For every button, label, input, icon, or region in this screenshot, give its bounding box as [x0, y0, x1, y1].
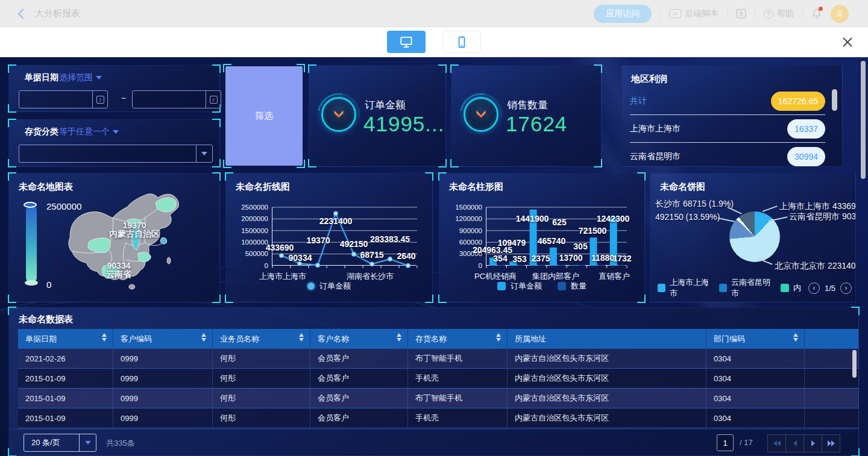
- legend-dot-icon: [307, 283, 315, 290]
- date-filter-label: 单据日期: [25, 72, 58, 83]
- help-button[interactable]: ? 帮助: [764, 8, 794, 19]
- calendar-icon: 7: [210, 96, 218, 104]
- calendar-button[interactable]: 7: [92, 91, 107, 108]
- divider: [802, 9, 803, 19]
- close-icon[interactable]: [841, 36, 854, 49]
- data-table-widget: 未命名数据表 单据日期 客户编码 业务员名称 客户名称 存货名称 所属地址 部门…: [8, 307, 859, 456]
- widget-title: 地区利润: [631, 73, 667, 85]
- chart-legend[interactable]: 订单金额: [226, 281, 432, 292]
- region-profit-widget: 地区利润 共计 162726.65 上海市上海市 16337 云南省昆明市 30…: [621, 65, 843, 167]
- page-scrollbar[interactable]: [861, 61, 866, 179]
- user-avatar[interactable]: ☰: [831, 5, 849, 23]
- category-filter-widget: 存货分类 等于任意一个: [8, 119, 220, 167]
- dashboard-canvas: 单据日期 选择范围 7 ~ 7 存货分类 等于任意一个 筛选: [0, 57, 868, 456]
- prev-page-button[interactable]: [785, 434, 804, 452]
- bar-plot-area: 204963.451094791441900465740137007215001…: [486, 207, 626, 266]
- desktop-view-button[interactable]: [387, 31, 426, 53]
- category-filter-label: 存货分类: [25, 126, 58, 137]
- chevron-down-icon: [196, 145, 212, 162]
- column-header[interactable]: 客户编码: [113, 329, 213, 349]
- pie-callout: 北京市北京市 2231400: [775, 261, 856, 272]
- date-op-dropdown[interactable]: 选择范围: [59, 72, 102, 83]
- divider: [755, 9, 755, 19]
- legend-prev-button[interactable]: ‹: [808, 283, 820, 294]
- page-title: 大分析报表: [35, 8, 80, 19]
- calendar-icon: 7: [96, 96, 104, 104]
- legend-next-button[interactable]: ›: [840, 283, 852, 294]
- mobile-view-button[interactable]: [442, 31, 481, 53]
- legend-pager: ‹ 1/5 ›: [808, 283, 852, 294]
- line-chart-widget: 未命名折线图 2500000 2000000 1500000 1000000 5…: [225, 173, 433, 302]
- chevron-down-icon: [79, 434, 96, 451]
- legend-swatch-icon: [781, 284, 789, 292]
- map-data-label: 19370内蒙古自治区: [109, 221, 160, 238]
- table-row: 2015-01-090999何彤会员客户手机壳内蒙古自治区包头市东河区0304: [18, 408, 859, 428]
- sort-icon: [793, 333, 798, 342]
- category-op-dropdown[interactable]: 等于任意一个: [59, 126, 119, 137]
- scrollbar[interactable]: [832, 89, 837, 111]
- view-toolbar: [0, 27, 868, 57]
- column-header[interactable]: 业务员名称: [213, 329, 310, 349]
- calendar-button[interactable]: 7: [206, 91, 221, 108]
- column-header[interactable]: 存货名称: [408, 329, 508, 349]
- value-badge: 30994: [787, 147, 825, 166]
- date-end-field: 7: [132, 90, 221, 108]
- divider: [660, 9, 661, 19]
- sort-icon: [397, 333, 401, 342]
- app-window: 大分析报表 应用访问 </> 后端脚本 ? 帮助 ☰: [0, 0, 868, 456]
- next-page-button[interactable]: [804, 434, 822, 452]
- kpi-sales-qty: 销售数量 17624: [451, 65, 602, 167]
- value-badge: 16337: [787, 119, 825, 139]
- topbar: 大分析报表 应用访问 </> 后端脚本 ? 帮助 ☰: [0, 0, 868, 27]
- page-size-select[interactable]: 20 条/页: [24, 434, 96, 452]
- last-page-button[interactable]: [822, 434, 840, 452]
- column-header[interactable]: 所属地址: [508, 329, 706, 349]
- widget-title: 未命名柱形图: [449, 181, 503, 193]
- legend-swatch-icon: [719, 284, 727, 292]
- scrollbar[interactable]: [852, 350, 857, 378]
- topbar-actions: 应用访问 </> 后端脚本 ? 帮助 ☰: [594, 0, 849, 27]
- code-icon: </>: [669, 9, 681, 18]
- column-header[interactable]: 部门编码: [706, 329, 805, 349]
- first-page-button[interactable]: [767, 434, 786, 452]
- pie-callout: 长沙市 68715 (1.9%): [655, 199, 726, 210]
- column-header[interactable]: 客户名称: [310, 329, 408, 349]
- legend-swatch-icon: [558, 282, 566, 290]
- date-start-input[interactable]: [19, 91, 92, 108]
- sort-icon: [299, 333, 304, 342]
- chart-legend[interactable]: 订单金额 数量: [439, 281, 644, 292]
- total-count: 共335条: [106, 438, 135, 449]
- app-access-button[interactable]: 应用访问: [594, 5, 652, 23]
- legend-swatch-icon: [658, 284, 665, 292]
- pie-callout: 492150 (13.59%): [655, 212, 717, 222]
- table-row: 2021-02-260999何彤会员客户布丁智能手机内蒙古自治区包头市东河区03…: [18, 349, 859, 369]
- list-item: 云南省昆明市 30994: [630, 143, 825, 167]
- filter-button-widget: 筛选: [224, 65, 304, 167]
- kpi-label: 订单金额: [365, 98, 406, 112]
- pie-chart-widget: 未命名饼图 上海市上海市 433690 云南省昆明市 9033 长沙市 6871…: [650, 173, 856, 302]
- table-footer: 20 条/页 共335条 / 17: [9, 429, 858, 455]
- kpi-icon: [464, 97, 498, 132]
- kpi-icon: [321, 97, 356, 132]
- line-plot-area: 4336909033419370223140049215068715283383…: [272, 207, 417, 266]
- range-separator: ~: [121, 93, 126, 103]
- id-card-icon: [736, 8, 746, 19]
- pagination: [768, 434, 840, 452]
- table-row: 2015-01-090999何彤会员客户布丁智能手机内蒙古自治区包头市东河区03…: [18, 389, 859, 408]
- sort-icon: [496, 333, 501, 342]
- column-header[interactable]: 单据日期: [18, 329, 113, 349]
- category-select[interactable]: [19, 145, 213, 163]
- notification-badge: [819, 7, 823, 11]
- filter-button[interactable]: 筛选: [225, 66, 303, 166]
- page-number-input[interactable]: [717, 434, 734, 451]
- legend-min: 0: [46, 280, 51, 290]
- legend-swatch-icon: [497, 282, 506, 290]
- map-data-label: 90334云南省: [106, 261, 131, 278]
- contacts-button[interactable]: [736, 8, 746, 19]
- date-end-input[interactable]: [133, 91, 206, 108]
- notifications-button[interactable]: [811, 8, 822, 20]
- backend-script-button[interactable]: </> 后端脚本: [669, 8, 719, 19]
- back-icon[interactable]: [16, 8, 28, 20]
- list-item: 上海市上海市 16337: [630, 115, 825, 143]
- kpi-order-amount: 订单金额 41995...: [309, 65, 446, 167]
